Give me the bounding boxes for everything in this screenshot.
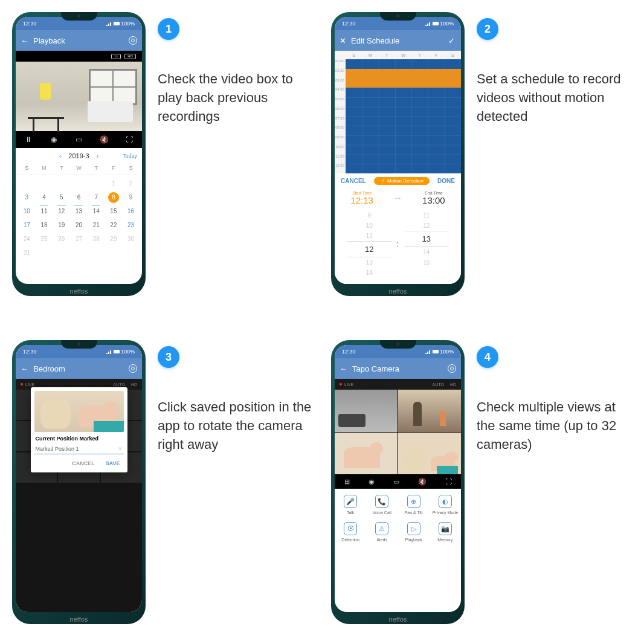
calendar-date[interactable]: 29: [105, 232, 123, 246]
camera-icon[interactable]: ◉: [49, 135, 59, 144]
calendar-date[interactable]: 22: [105, 218, 123, 232]
calendar-date[interactable]: [122, 246, 140, 260]
calendar-date[interactable]: 8: [108, 192, 119, 203]
modal-save-button[interactable]: SAVE: [106, 460, 120, 466]
check-icon[interactable]: ✓: [448, 36, 455, 45]
calendar-date[interactable]: 12: [53, 204, 70, 218]
calendar-date[interactable]: 21: [88, 218, 105, 232]
calendar-date[interactable]: 3: [18, 190, 36, 204]
calendar-date[interactable]: [18, 176, 36, 190]
mute-icon[interactable]: 🔇: [418, 478, 427, 486]
action-button-talk[interactable]: 🎤Talk: [335, 495, 366, 515]
speed-pill[interactable]: 1x: [111, 54, 121, 59]
action-button-playback[interactable]: ▷Playback: [398, 522, 430, 542]
action-button-memory[interactable]: 📷Memory: [430, 522, 461, 542]
done-button[interactable]: DONE: [437, 178, 455, 184]
camera-feed-3[interactable]: [335, 433, 398, 475]
calendar-date[interactable]: 16: [122, 204, 140, 218]
calendar-date[interactable]: 17: [18, 218, 36, 232]
calendar-date[interactable]: 28: [88, 232, 105, 246]
calendar-date[interactable]: 23: [122, 218, 140, 232]
start-time[interactable]: Start Time 12:13: [350, 191, 373, 205]
calendar-date[interactable]: 13: [70, 204, 88, 218]
camera-feed-1[interactable]: [335, 390, 398, 432]
calendar-date[interactable]: 19: [53, 218, 70, 232]
calendar-date[interactable]: 11: [36, 204, 53, 218]
action-button-privacy-mode[interactable]: ◐Privacy Mode: [430, 495, 461, 515]
calendar-date[interactable]: 4: [36, 190, 53, 204]
camera-icon[interactable]: ◉: [369, 478, 375, 486]
record-icon[interactable]: ▭: [393, 478, 399, 486]
calendar-date[interactable]: 26: [53, 232, 70, 246]
action-button-alerts[interactable]: ⚠Alerts: [366, 522, 398, 542]
action-button-pan-&-tilt[interactable]: ⊕Pan & Tilt: [398, 495, 430, 515]
video-thumbnail[interactable]: [16, 62, 142, 131]
calendar-date[interactable]: 14: [88, 204, 105, 218]
gear-icon[interactable]: [448, 364, 456, 373]
gear-icon[interactable]: [129, 364, 137, 373]
calendar-date[interactable]: 2: [122, 176, 140, 190]
calendar-date[interactable]: 30: [122, 232, 140, 246]
back-icon[interactable]: ←: [340, 364, 347, 373]
record-icon[interactable]: ▭: [74, 135, 83, 144]
picker-minutes[interactable]: 1112131415: [404, 210, 449, 278]
calendar-date[interactable]: 25: [36, 232, 53, 246]
grid-icon[interactable]: ⊞: [344, 478, 350, 486]
auto-label[interactable]: AUTO: [114, 382, 125, 387]
motion-chip[interactable]: ⚡ Motion Detection: [374, 177, 430, 185]
schedule-grid[interactable]: [346, 59, 461, 173]
calendar-header: ‹ 2019-3 › Today: [16, 148, 142, 164]
calendar-date[interactable]: 1: [105, 176, 123, 190]
calendar-date[interactable]: 31: [18, 246, 36, 260]
back-icon[interactable]: ←: [21, 364, 28, 373]
calendar-date[interactable]: 27: [70, 232, 88, 246]
hd-pill[interactable]: HD: [124, 54, 136, 59]
today-link[interactable]: Today: [123, 153, 137, 159]
back-icon[interactable]: ←: [21, 36, 28, 45]
action-button-detection[interactable]: ⦿Detection: [335, 522, 366, 542]
calendar-date[interactable]: [70, 176, 88, 190]
calendar-date[interactable]: [88, 246, 105, 260]
hd-label[interactable]: HD: [450, 382, 456, 387]
calendar-date[interactable]: [88, 176, 105, 190]
calendar-date[interactable]: [105, 246, 123, 260]
next-month-icon[interactable]: ›: [97, 152, 99, 159]
auto-label[interactable]: AUTO: [433, 382, 444, 387]
camera-feed-2[interactable]: [398, 390, 461, 432]
modal-cancel-button[interactable]: CANCEL: [72, 460, 95, 466]
picker-hours[interactable]: 91011121314: [347, 210, 392, 278]
position-name-field[interactable]: Marked Position 1✕: [34, 444, 124, 454]
expand-icon[interactable]: ⛶: [445, 478, 452, 485]
calendar-date[interactable]: 10: [18, 204, 36, 218]
calendar-date[interactable]: [70, 246, 88, 260]
action-button-voice-call[interactable]: 📞Voice Call: [366, 495, 398, 515]
schedule-block[interactable]: [346, 69, 461, 88]
calendar-date[interactable]: 18: [36, 218, 53, 232]
calendar-date[interactable]: [53, 176, 70, 190]
calendar-date[interactable]: [53, 246, 70, 260]
end-time[interactable]: End Time 13:00: [422, 191, 445, 205]
calendar-date[interactable]: 20: [70, 218, 88, 232]
video-controls: ⏸ ◉ ▭ 🔇 ⛶: [16, 131, 142, 148]
clear-icon[interactable]: ✕: [118, 446, 123, 452]
calendar-date[interactable]: 5: [53, 190, 70, 204]
appbar: ← Tapo Camera: [335, 358, 461, 379]
close-icon[interactable]: ✕: [340, 36, 346, 45]
calendar-date[interactable]: 7: [88, 190, 105, 204]
mute-icon[interactable]: 🔇: [99, 135, 109, 144]
expand-icon[interactable]: ⛶: [124, 135, 134, 144]
calendar-date[interactable]: 9: [122, 190, 140, 204]
calendar-date[interactable]: [36, 176, 53, 190]
pause-icon[interactable]: ⏸: [24, 135, 33, 144]
hd-label[interactable]: HD: [131, 382, 137, 387]
calendar-date[interactable]: 6: [70, 190, 88, 204]
prev-month-icon[interactable]: ‹: [59, 152, 62, 159]
camera-feed-4[interactable]: [398, 433, 461, 475]
calendar-month[interactable]: 2019-3: [68, 152, 89, 159]
calendar-date[interactable]: [36, 246, 53, 260]
cancel-button[interactable]: CANCEL: [341, 178, 366, 184]
calendar-date[interactable]: 15: [105, 204, 123, 218]
calendar-date[interactable]: 24: [18, 232, 36, 246]
gear-icon[interactable]: [129, 36, 137, 45]
camera-grid[interactable]: [335, 390, 461, 474]
